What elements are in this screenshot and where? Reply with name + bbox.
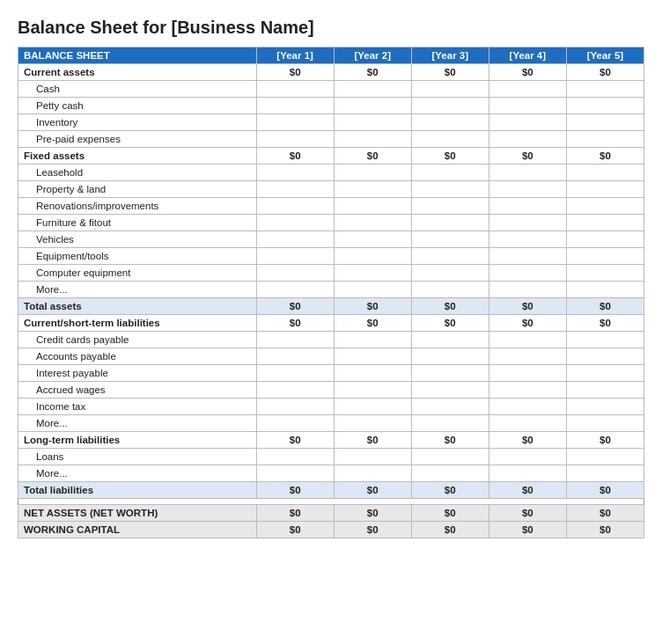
row-value — [411, 248, 489, 265]
row-label: Pre-paid expenses — [18, 131, 257, 148]
row-value — [566, 265, 644, 282]
row-value: $0 — [566, 315, 644, 332]
row-value — [566, 332, 644, 348]
table-row: Computer equipment — [18, 265, 644, 282]
row-value — [256, 131, 334, 148]
row-value — [334, 231, 411, 248]
row-value: $0 — [334, 315, 411, 332]
row-label: Equipment/tools — [18, 248, 257, 265]
row-value — [566, 382, 644, 399]
row-value — [489, 365, 566, 382]
row-value — [256, 198, 334, 215]
row-value — [411, 81, 489, 98]
row-value — [566, 415, 644, 432]
row-value: $0 — [489, 505, 566, 522]
row-value: $0 — [411, 432, 489, 449]
row-value: $0 — [334, 432, 411, 449]
row-value — [256, 114, 334, 131]
table-row: Interest payable — [18, 365, 644, 382]
row-value — [411, 415, 489, 432]
row-label: WORKING CAPITAL — [18, 522, 257, 538]
row-value: $0 — [566, 298, 644, 315]
row-value — [489, 98, 566, 114]
row-label: Furniture & fitout — [18, 215, 257, 231]
row-value — [489, 265, 566, 282]
row-value — [334, 332, 411, 348]
row-label: Property & land — [18, 181, 257, 198]
row-value — [489, 465, 566, 482]
table-row: Current/short-term liabilities$0$0$0$0$0 — [18, 315, 644, 332]
row-label: NET ASSETS (NET WORTH) — [18, 505, 257, 522]
row-label: Total assets — [18, 298, 257, 315]
row-value: $0 — [256, 432, 334, 449]
row-value: $0 — [256, 298, 334, 315]
row-value — [489, 399, 566, 415]
row-value — [334, 215, 411, 231]
page-title: Balance Sheet for [Business Name] — [18, 18, 644, 38]
row-value: $0 — [334, 505, 411, 522]
row-label: Long-term liabilities — [18, 432, 257, 449]
table-row: Income tax — [18, 399, 644, 415]
table-row: Vehicles — [18, 231, 644, 248]
row-value: $0 — [334, 64, 411, 81]
row-value: $0 — [489, 522, 566, 538]
row-label: Interest payable — [18, 365, 257, 382]
row-value: $0 — [489, 148, 566, 165]
row-value — [256, 449, 334, 465]
row-value — [411, 449, 489, 465]
row-label: More... — [18, 282, 257, 298]
header-year2: [Year 2] — [334, 48, 411, 64]
row-value — [411, 282, 489, 298]
row-value — [334, 114, 411, 131]
row-value: $0 — [256, 315, 334, 332]
row-label: Current assets — [18, 64, 257, 81]
row-value — [566, 131, 644, 148]
row-value — [256, 399, 334, 415]
row-value — [411, 365, 489, 382]
row-label: Computer equipment — [18, 265, 257, 282]
row-value — [411, 382, 489, 399]
table-row: Cash — [18, 81, 644, 98]
table-row: NET ASSETS (NET WORTH)$0$0$0$0$0 — [18, 505, 644, 522]
row-value: $0 — [411, 505, 489, 522]
row-value — [256, 265, 334, 282]
row-value — [566, 231, 644, 248]
row-value: $0 — [256, 482, 334, 499]
row-value — [256, 415, 334, 432]
row-value — [489, 332, 566, 348]
row-value — [256, 81, 334, 98]
table-row: Total assets$0$0$0$0$0 — [18, 298, 644, 315]
table-row: Fixed assets$0$0$0$0$0 — [18, 148, 644, 165]
row-label: Petty cash — [18, 98, 257, 114]
row-value: $0 — [489, 315, 566, 332]
row-label: Total liabilities — [18, 482, 257, 499]
row-value — [411, 215, 489, 231]
row-label: Cash — [18, 81, 257, 98]
table-row: More... — [18, 465, 644, 482]
table-row: Current assets$0$0$0$0$0 — [18, 64, 644, 81]
row-value — [566, 449, 644, 465]
row-value — [256, 348, 334, 365]
row-value — [411, 98, 489, 114]
row-label: Accounts payable — [18, 348, 257, 365]
row-value — [334, 131, 411, 148]
row-label: Current/short-term liabilities — [18, 315, 257, 332]
row-value — [256, 248, 334, 265]
row-value: $0 — [334, 482, 411, 499]
row-value — [256, 382, 334, 399]
row-value — [256, 332, 334, 348]
table-row: Petty cash — [18, 98, 644, 114]
row-value — [334, 399, 411, 415]
row-label: Renovations/improvements — [18, 198, 257, 215]
row-value: $0 — [334, 522, 411, 538]
row-label: Leasehold — [18, 165, 257, 181]
row-value: $0 — [334, 298, 411, 315]
row-value — [566, 465, 644, 482]
row-value — [411, 231, 489, 248]
row-value — [334, 181, 411, 198]
row-label: Accrued wages — [18, 382, 257, 399]
table-row: Accounts payable — [18, 348, 644, 365]
row-value — [256, 98, 334, 114]
row-value — [566, 165, 644, 181]
row-value — [489, 231, 566, 248]
